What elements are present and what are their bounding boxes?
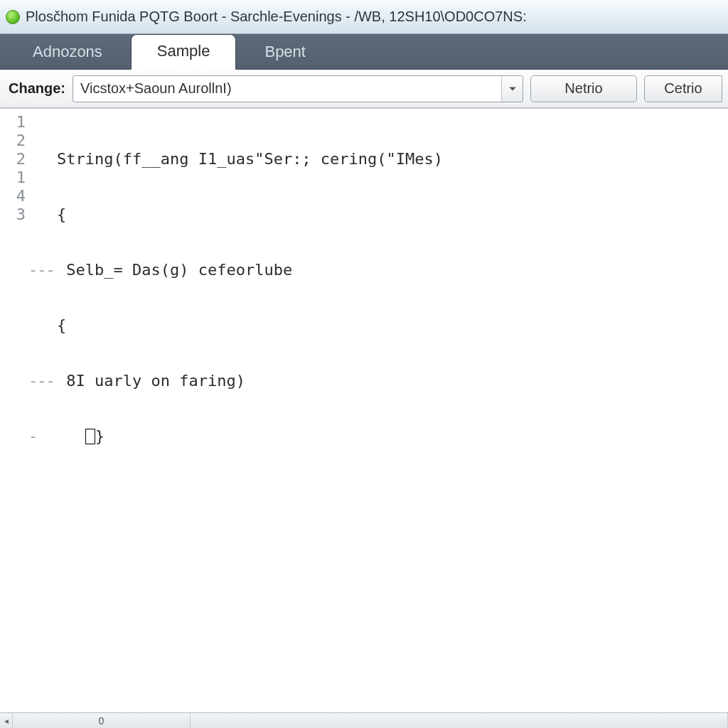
tab-strip: Adnozons Sample Bpent [0,34,728,70]
titlebar: Plosčhom Funida PQTG Boort - Sarchle-Eve… [0,0,728,34]
line-number: 2 [0,150,28,168]
fold-marker: --- [28,372,57,390]
tab-bpent[interactable]: Bpent [239,36,331,70]
status-cell: 0 [13,713,191,728]
code-editor[interactable]: 1 2 2 1 4 3 String(ff__ang I1_uas"Ser:; … [0,108,728,712]
line-number: 3 [0,205,28,224]
code-line: - } [28,427,728,446]
code-line: --- 8I uarly on faring) [28,372,728,390]
line-number: 4 [0,187,28,205]
line-number: 1 [0,168,28,187]
netrio-button[interactable]: Netrio [530,75,637,102]
status-bar: ◂ 0 [0,712,728,728]
scroll-left-icon[interactable]: ◂ [0,713,13,728]
status-cell [191,713,728,728]
window-title: Plosčhom Funida PQTG Boort - Sarchle-Eve… [26,9,527,25]
fold-marker: --- [28,261,57,279]
code-line: { [28,205,728,224]
line-gutter: 1 2 2 1 4 3 [0,109,28,712]
change-label: Change: [6,80,65,97]
line-number: 1 [0,113,28,132]
code-line: String(ff__ang I1_uas"Ser:; cering("IMes… [28,150,728,168]
line-number: 2 [0,132,28,150]
code-line: { [28,316,728,335]
toolbar: Change: Netrio Cetrio [0,70,728,108]
app-icon [6,10,20,24]
fold-marker: - [28,427,57,446]
change-combo[interactable] [73,75,523,102]
chevron-down-icon[interactable] [501,76,523,102]
code-line: --- Selb_= Das(g) cefeorlube [28,261,728,279]
code-area[interactable]: String(ff__ang I1_uas"Ser:; cering("IMes… [28,109,728,712]
change-input[interactable] [73,76,501,102]
tab-sample[interactable]: Sample [131,34,237,70]
tab-adnozons[interactable]: Adnozons [7,36,128,70]
cetrio-button[interactable]: Cetrio [644,75,722,102]
text-cursor [85,429,95,444]
